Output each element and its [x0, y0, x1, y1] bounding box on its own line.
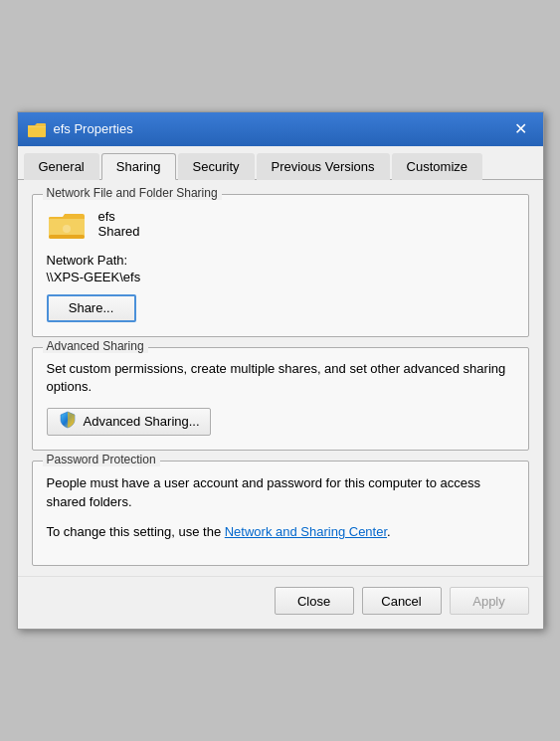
cancel-button[interactable]: Cancel [362, 587, 442, 615]
close-button[interactable]: ✕ [509, 117, 533, 141]
password-description: People must have a user account and pass… [47, 473, 514, 512]
network-sharing-section: Network File and Folder Sharing [32, 194, 529, 337]
title-bar-text: efs Properties [54, 121, 509, 136]
advanced-sharing-btn-label: Advanced Sharing... [84, 414, 200, 429]
advanced-sharing-label: Advanced Sharing [43, 339, 148, 353]
share-button[interactable]: Share... [47, 294, 136, 322]
advanced-sharing-description: Set custom permissions, create multiple … [47, 360, 514, 396]
advanced-sharing-section: Advanced Sharing Set custom permissions,… [32, 347, 529, 451]
tab-security[interactable]: Security [178, 153, 255, 180]
password-protection-label: Password Protection [43, 453, 160, 466]
folder-status: Shared [98, 224, 140, 239]
dialog-footer: Close Cancel Apply [18, 576, 543, 629]
tab-bar: General Sharing Security Previous Versio… [18, 146, 543, 180]
advanced-sharing-button[interactable]: Advanced Sharing... [47, 408, 211, 436]
tab-general[interactable]: General [24, 153, 99, 180]
apply-button: Apply [450, 587, 529, 615]
svg-point-6 [63, 225, 71, 233]
network-sharing-label: Network File and Folder Sharing [43, 186, 222, 200]
title-bar: efs Properties ✕ [18, 112, 543, 146]
folder-title-icon [28, 121, 46, 137]
properties-window: efs Properties ✕ General Sharing Securit… [17, 111, 544, 631]
password-change-text: To change this setting, use the Network … [47, 522, 514, 542]
svg-rect-5 [49, 235, 85, 239]
folder-row: efs Shared [47, 207, 514, 241]
close-dialog-button[interactable]: Close [275, 587, 354, 615]
svg-rect-2 [28, 127, 46, 136]
tab-sharing[interactable]: Sharing [101, 153, 176, 180]
tab-previous-versions[interactable]: Previous Versions [257, 153, 390, 180]
change-setting-prefix: To change this setting, use the [47, 524, 225, 539]
change-setting-suffix: . [387, 524, 391, 539]
folder-icon [47, 207, 87, 241]
folder-name: efs [98, 209, 140, 224]
shield-uac-icon [58, 410, 78, 433]
password-protection-section: Password Protection People must have a u… [32, 461, 529, 567]
folder-info: efs Shared [98, 209, 140, 239]
network-path-label: Network Path: [47, 253, 514, 268]
tab-customize[interactable]: Customize [392, 153, 482, 180]
tab-content: Network File and Folder Sharing [18, 180, 543, 577]
network-path-value: \\XPS-GEEK\efs [47, 270, 514, 284]
network-sharing-center-link[interactable]: Network and Sharing Center [225, 524, 387, 539]
